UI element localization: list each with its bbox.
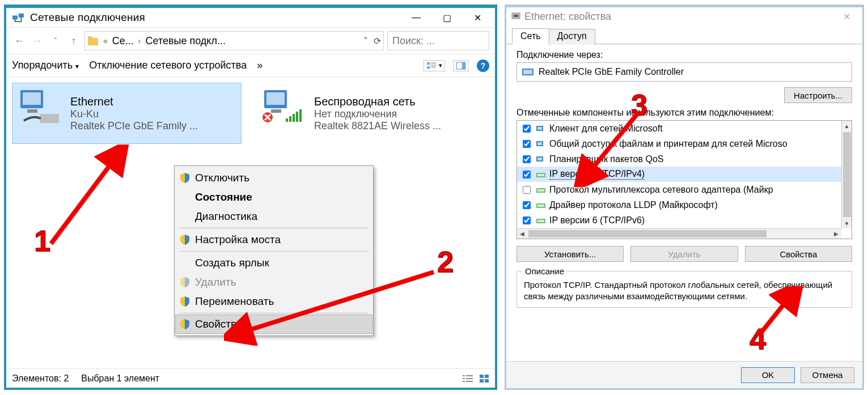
component-row[interactable]: IP версии 4 (TCP/IPv4) (517, 167, 841, 182)
maximize-button[interactable]: ▢ (431, 9, 462, 26)
adapter-device: Realtek PCIe GbE Family ... (70, 120, 198, 132)
dialog-title: Ethernet: свойства (521, 11, 835, 23)
component-icon (536, 155, 546, 164)
scroll-down-icon[interactable]: ▼ (842, 218, 852, 228)
nav-bar: ← → ˅ ↑ « Се... › Сетевые подкл... ˅ ⟳ П… (6, 27, 495, 54)
cancel-button[interactable]: Отмена (801, 367, 854, 383)
component-label: Общий доступ к файлам и принтерам для се… (549, 139, 787, 149)
shield-icon (179, 296, 190, 307)
horizontal-scrollbar[interactable]: ◀ ▶ (517, 228, 841, 239)
svg-rect-13 (27, 109, 37, 113)
status-elements: Элементов: 2 (12, 373, 69, 384)
ok-button[interactable]: OK (741, 367, 795, 383)
folder-icon (87, 36, 99, 46)
chevron-right-icon: › (137, 36, 142, 45)
breadcrumb-2[interactable]: Сетевые подкл... (145, 35, 225, 47)
menu-diagnose[interactable]: Диагностика (176, 207, 372, 226)
preview-pane-button[interactable] (453, 60, 469, 71)
component-checkbox[interactable] (523, 155, 531, 163)
menu-status[interactable]: Состояние (176, 188, 372, 207)
component-row[interactable]: IP версии 6 (TCP/IPv6) (517, 213, 841, 228)
back-button[interactable]: ← (12, 33, 27, 48)
components-label: Отмеченные компоненты используются этим … (516, 108, 852, 118)
svg-rect-41 (537, 142, 542, 145)
adapter-ethernet[interactable]: Ethernet Ku-Ku Realtek PCIe GbE Family .… (12, 83, 242, 144)
refresh-icon[interactable]: ⟳ (374, 36, 381, 46)
forward-button[interactable]: → (30, 33, 45, 48)
component-label: Клиент для сетей Microsoft (549, 124, 663, 134)
address-bar[interactable]: « Се... › Сетевые подкл... ˅ ⟳ (84, 31, 384, 50)
close-button[interactable]: ✕ (835, 8, 858, 25)
configure-button[interactable]: Настроить... (784, 87, 852, 103)
view-mode-button[interactable]: ▾ (424, 60, 445, 71)
tab-network[interactable]: Сеть (512, 28, 549, 44)
menu-disable[interactable]: Отключить (176, 168, 372, 188)
component-checkbox[interactable] (523, 140, 531, 148)
svg-rect-43 (537, 158, 542, 160)
more-button[interactable]: » (257, 60, 262, 71)
svg-rect-0 (12, 15, 18, 19)
details-view-icon[interactable] (462, 374, 473, 383)
scroll-thumb[interactable] (528, 230, 767, 237)
scroll-left-icon[interactable]: ◀ (517, 231, 527, 237)
menu-shortcut[interactable]: Создать ярлык (176, 253, 372, 273)
step-3-label: 3 (631, 88, 647, 122)
component-checkbox[interactable] (523, 125, 531, 133)
scroll-right-icon[interactable]: ▶ (831, 231, 841, 237)
svg-rect-17 (271, 109, 281, 113)
tabs: Сеть Доступ (506, 28, 862, 44)
recent-dropdown[interactable]: ˅ (48, 33, 63, 48)
adapter-name: Беспроводная сеть (314, 95, 441, 108)
menu-bridge[interactable]: Настройка моста (176, 230, 372, 249)
component-checkbox[interactable] (523, 171, 531, 179)
component-row[interactable]: Протокол мультиплексора сетевого адаптер… (517, 182, 841, 197)
menu-properties[interactable]: Свойства (175, 315, 372, 334)
step-2-label: 2 (437, 245, 454, 279)
install-button[interactable]: Установить... (516, 246, 624, 262)
close-button[interactable]: ✕ (462, 9, 493, 26)
svg-rect-51 (537, 220, 544, 222)
svg-rect-1 (19, 14, 24, 18)
component-row[interactable]: Планировщик пакетов QoS (517, 151, 841, 167)
network-connections-window: Сетевые подключения — ▢ ✕ ← → ˅ ↑ « Се..… (4, 5, 497, 390)
component-checkbox[interactable] (523, 186, 531, 194)
scroll-up-icon[interactable]: ▲ (842, 121, 852, 131)
component-row[interactable]: Общий доступ к файлам и принтерам для се… (517, 136, 841, 151)
menu-separator (179, 313, 369, 313)
disable-device-button[interactable]: Отключение сетевого устройства (89, 60, 247, 71)
component-row[interactable]: Клиент для сетей Microsoft (517, 121, 841, 136)
scroll-thumb[interactable] (843, 132, 851, 217)
component-row[interactable]: Драйвер протокола LLDP (Майкрософт) (517, 197, 841, 213)
up-button[interactable]: ↑ (66, 33, 81, 48)
description-groupbox: Описание Протокол TCP/IP. Стандартный пр… (516, 271, 852, 308)
svg-rect-29 (466, 381, 473, 382)
tab-access[interactable]: Доступ (549, 29, 595, 45)
minimize-button[interactable]: — (401, 9, 431, 26)
search-box[interactable]: Поиск: ... (387, 31, 489, 50)
svg-rect-7 (431, 65, 436, 65)
component-checkbox[interactable] (523, 216, 531, 224)
step-1-label: 1 (34, 224, 50, 258)
svg-rect-5 (431, 62, 436, 63)
adapter-wifi[interactable]: Беспроводная сеть Нет подключения Realte… (256, 83, 485, 144)
vertical-scrollbar[interactable]: ▲ ▼ (841, 121, 852, 228)
tab-body: Подключение через: Realtek PCIe GbE Fami… (506, 44, 862, 308)
status-selected: Выбран 1 элемент (81, 373, 159, 384)
breadcrumb-1[interactable]: Се... (112, 35, 134, 47)
component-checkbox[interactable] (523, 201, 531, 209)
menu-rename[interactable]: Переименовать (176, 292, 372, 311)
components-listbox[interactable]: Клиент для сетей MicrosoftОбщий доступ к… (516, 120, 852, 239)
network-icon (12, 12, 24, 23)
adapter-name: Ethernet (70, 95, 198, 108)
dropdown-icon[interactable]: ˅ (363, 36, 368, 46)
properties-button[interactable]: Свойства (745, 246, 852, 262)
large-icons-view-icon[interactable] (479, 374, 489, 383)
svg-rect-47 (537, 189, 544, 192)
status-bar: Элементов: 2 Выбран 1 элемент (6, 368, 495, 388)
component-icon (536, 139, 546, 148)
help-button[interactable]: ? (477, 60, 489, 72)
organize-button[interactable]: Упорядочить ▾ (12, 60, 79, 71)
description-legend: Описание (523, 266, 566, 277)
shield-icon (179, 277, 190, 288)
titlebar: Сетевые подключения — ▢ ✕ (6, 8, 495, 27)
